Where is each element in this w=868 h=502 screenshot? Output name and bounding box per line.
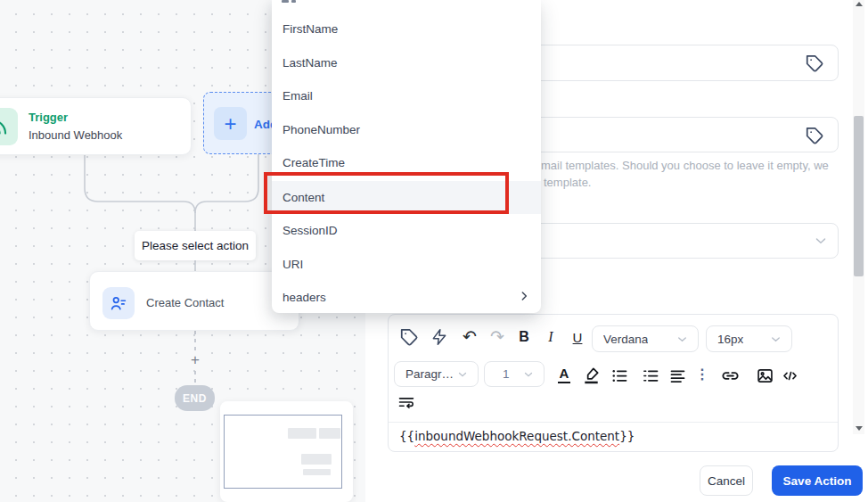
chevron-down-icon [522,368,535,381]
webhook-icon [0,108,18,145]
insert-variable-tag-icon[interactable] [398,326,420,348]
select-action-prompt-label: Please select action [142,239,249,252]
brace-close: }} [619,429,635,443]
rich-text-editor: ↶ ↷ B I U Verdana 16px Paragra... 1 [388,314,839,452]
align-text-icon[interactable] [667,365,688,386]
ordered-list-icon[interactable] [640,365,661,386]
chevron-down-icon [676,333,689,346]
font-size-select[interactable]: 16px [706,325,792,352]
font-size-value: 16px [717,333,743,346]
end-badge-label: END [183,392,207,405]
font-color-letter: A [558,366,571,383]
menu-item-firstname[interactable]: FirstName [272,20,541,37]
tag-icon[interactable] [806,53,825,73]
variable-token: inboundWebhookRequest.Content [414,429,619,443]
placeholder-bar [301,454,332,465]
menu-item-email[interactable]: Email [272,86,541,104]
editor-content[interactable]: {{inboundWebhookRequest.Content}} [399,429,827,443]
menu-item-uri[interactable]: URI [272,255,541,273]
font-color-button[interactable]: A [554,364,574,385]
more-options-kebab-icon[interactable]: ⋮ [695,363,709,386]
trigger-node-subtitle: Inbound Webhook [29,128,122,142]
link-icon[interactable] [718,365,741,386]
menu-item-phonenumber[interactable]: PhoneNumber [272,120,541,138]
bullet-list-icon[interactable] [609,365,630,386]
paragraph-style-select[interactable]: Paragra... [394,361,479,387]
placeholder-bar [288,428,316,439]
trigger-node-title: Trigger [29,111,68,124]
cancel-button[interactable]: Cancel [700,465,753,496]
line-height-value: 1 [495,367,510,381]
preview-card-frame [224,415,342,489]
highlight-color-icon[interactable] [579,363,602,386]
scroll-up-arrow[interactable] [856,2,863,6]
scroll-down-arrow[interactable] [856,426,863,431]
italic-button[interactable]: I [541,326,561,348]
bold-button[interactable]: B [514,326,534,348]
menu-item-sessionid[interactable]: SessionID [272,221,541,239]
chevron-down-icon [769,333,782,346]
placeholder-bar [319,428,340,439]
tag-icon[interactable] [806,126,825,145]
trigger-node[interactable]: Trigger Inbound Webhook [0,97,192,155]
paragraph-style-value: Paragra... [405,367,456,381]
font-family-value: Verdana [603,333,648,346]
brace-open: {{ [399,429,414,443]
placeholder-bar [303,469,331,475]
image-icon[interactable] [754,365,775,386]
plus-icon: + [214,107,247,140]
help-text-line-2: template. [544,174,591,191]
workflow-editor-screen: Trigger Inbound Webhook + Add Please sel… [0,0,868,502]
plus-glyph: + [224,113,236,135]
lightning-icon[interactable] [429,326,450,348]
clipped-menu-item-fragment [282,0,289,3]
clipped-menu-item-fragment [291,0,296,3]
select-action-prompt: Please select action [135,231,256,260]
line-height-select[interactable]: 1 [484,361,545,387]
chevron-down-icon [813,233,829,249]
redo-icon[interactable]: ↷ [487,325,508,347]
save-action-button[interactable]: Save Action [772,465,863,496]
create-contact-node[interactable]: Create Contact [89,271,299,331]
scrollbar-thumb[interactable] [854,116,864,276]
plus-glyph: + [191,351,200,368]
end-badge: END [175,385,215,411]
help-text-line-1: mail templates. Should you choose to lea… [541,157,829,174]
toolbar-divider [389,422,838,423]
undo-icon[interactable]: ↶ [459,325,480,347]
chevron-down-icon [456,368,469,381]
chevron-right-icon [517,289,531,303]
variable-picker-dropdown: FirstName LastName Email PhoneNumber Cre… [272,0,541,313]
menu-item-headers[interactable]: headers [272,288,541,306]
menu-item-createtime[interactable]: CreateTime [272,153,541,171]
underline-button[interactable]: U [568,326,587,348]
contact-icon [102,287,135,319]
create-contact-label: Create Contact [146,296,224,309]
add-step-plus[interactable]: + [188,351,202,368]
preview-card-node[interactable] [220,401,353,502]
code-icon[interactable] [779,365,800,386]
text-wrap-icon[interactable] [396,391,417,413]
font-family-select[interactable]: Verdana [592,325,699,352]
menu-item-lastname[interactable]: LastName [272,53,541,71]
menu-item-content[interactable]: Content [272,188,541,206]
